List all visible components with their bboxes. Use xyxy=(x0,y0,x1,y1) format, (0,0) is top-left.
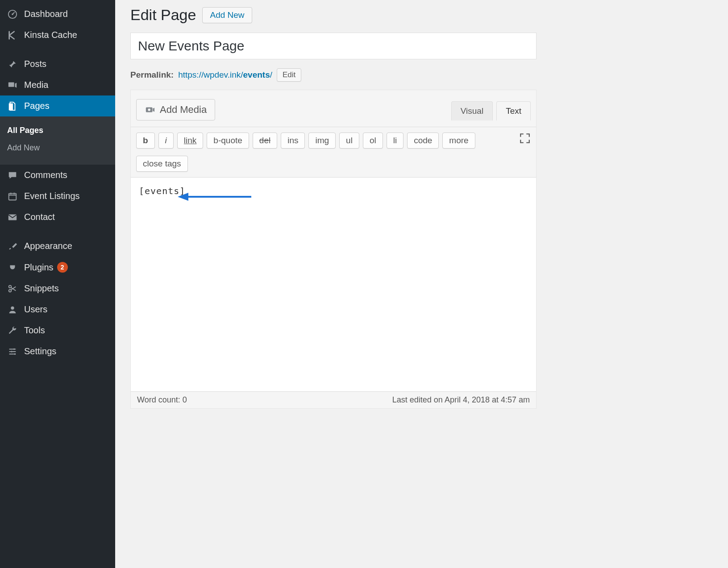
add-new-page-button[interactable]: Add New xyxy=(202,7,252,23)
permalink-link[interactable]: https://wpdev.ink/events/ xyxy=(178,70,272,79)
qt-img[interactable]: img xyxy=(308,133,336,149)
menu-label: Contact xyxy=(24,212,55,222)
qt-more[interactable]: more xyxy=(442,133,475,149)
sidebar-item-users[interactable]: Users xyxy=(0,299,115,320)
pin-icon xyxy=(6,59,19,69)
svg-point-13 xyxy=(148,108,150,111)
svg-point-9 xyxy=(13,348,15,350)
menu-label: Users xyxy=(24,304,47,315)
menu-label: Tools xyxy=(24,325,45,336)
sidebar-item-event-listings[interactable]: Event Listings xyxy=(0,186,115,207)
admin-sidebar: Dashboard Kinsta Cache Posts Media Pages… xyxy=(0,0,115,568)
permalink-url: https://wpdev.ink/events/ xyxy=(178,70,272,80)
kinsta-icon xyxy=(6,30,19,40)
wrench-icon xyxy=(6,326,19,336)
menu-label: Posts xyxy=(24,59,46,69)
sidebar-item-pages[interactable]: Pages xyxy=(0,95,115,116)
sidebar-item-snippets[interactable]: Snippets xyxy=(0,278,115,299)
sidebar-item-media[interactable]: Media xyxy=(0,75,115,95)
camera-icon xyxy=(145,105,155,115)
qt-ul[interactable]: ul xyxy=(339,133,359,149)
editor-tab-text[interactable]: Text xyxy=(496,101,531,120)
submenu-item-all-pages[interactable]: All Pages xyxy=(0,122,115,139)
editor-tab-visual[interactable]: Visual xyxy=(451,101,493,120)
editor-tabs: Visual Text xyxy=(451,101,531,120)
calendar-icon xyxy=(6,191,19,201)
page-header: Edit Page Add New xyxy=(130,6,728,24)
sliders-icon xyxy=(6,347,19,357)
sidebar-item-settings[interactable]: Settings xyxy=(0,341,115,362)
page-title: Edit Page xyxy=(130,6,196,24)
svg-rect-2 xyxy=(8,82,14,87)
last-edited: Last edited on April 4, 2018 at 4:57 am xyxy=(392,395,530,405)
sidebar-item-posts[interactable]: Posts xyxy=(0,54,115,75)
qt-ol[interactable]: ol xyxy=(363,133,383,149)
qt-link[interactable]: link xyxy=(177,133,204,149)
menu-label: Dashboard xyxy=(24,9,68,19)
sidebar-submenu-pages: All Pages Add New xyxy=(0,116,115,165)
permalink-label: Permalink: xyxy=(130,70,174,80)
content-textarea[interactable] xyxy=(131,177,536,391)
sidebar-item-plugins[interactable]: Plugins 2 xyxy=(0,257,115,278)
permalink-row: Permalink: https://wpdev.ink/events/ Edi… xyxy=(130,68,728,82)
quicktags-toolbar: b i link b-quote del ins img ul ol li co… xyxy=(131,127,536,177)
menu-label: Event Listings xyxy=(24,191,80,201)
scissors-icon xyxy=(6,284,19,294)
qt-del[interactable]: del xyxy=(253,133,277,149)
fullscreen-icon[interactable] xyxy=(519,133,531,149)
add-media-label: Add Media xyxy=(160,104,207,116)
qt-ins[interactable]: ins xyxy=(281,133,305,149)
svg-rect-4 xyxy=(9,193,17,200)
svg-rect-3 xyxy=(9,103,13,110)
sidebar-item-comments[interactable]: Comments xyxy=(0,165,115,186)
qt-bquote[interactable]: b-quote xyxy=(207,133,249,149)
menu-label: Media xyxy=(24,80,48,90)
word-count: Word count: 0 xyxy=(137,395,187,405)
sidebar-item-dashboard[interactable]: Dashboard xyxy=(0,4,115,25)
qt-italic[interactable]: i xyxy=(158,133,174,149)
svg-point-8 xyxy=(11,306,14,309)
edit-permalink-button[interactable]: Edit xyxy=(277,68,301,82)
post-title-input[interactable] xyxy=(130,33,537,59)
brush-icon xyxy=(6,241,19,251)
qt-close-tags[interactable]: close tags xyxy=(136,156,188,172)
menu-label: Appearance xyxy=(24,241,72,251)
svg-point-1 xyxy=(12,13,13,15)
submenu-item-add-new[interactable]: Add New xyxy=(0,139,115,157)
comment-icon xyxy=(6,170,19,180)
svg-point-11 xyxy=(14,353,16,355)
sidebar-item-appearance[interactable]: Appearance xyxy=(0,236,115,257)
menu-label: Plugins xyxy=(24,262,54,273)
editor-status-bar: Word count: 0 Last edited on April 4, 20… xyxy=(131,391,536,408)
plug-icon xyxy=(6,262,19,272)
sidebar-item-contact[interactable]: Contact xyxy=(0,207,115,228)
plugins-update-badge: 2 xyxy=(57,262,68,273)
menu-label: Kinsta Cache xyxy=(24,30,77,40)
menu-label: Settings xyxy=(24,346,56,357)
menu-label: Snippets xyxy=(24,283,59,294)
user-icon xyxy=(6,305,19,315)
mail-icon xyxy=(6,212,19,222)
pages-icon xyxy=(6,101,19,111)
menu-label: Comments xyxy=(24,170,67,180)
qt-li[interactable]: li xyxy=(387,133,404,149)
qt-code[interactable]: code xyxy=(407,133,439,149)
sidebar-item-kinsta-cache[interactable]: Kinsta Cache xyxy=(0,25,115,46)
media-icon xyxy=(6,80,19,90)
editor: Add Media Visual Text b i link b-quote d… xyxy=(130,90,537,409)
add-media-button[interactable]: Add Media xyxy=(136,99,215,120)
dashboard-icon xyxy=(6,9,19,19)
main-content: Edit Page Add New Permalink: https://wpd… xyxy=(115,0,728,568)
qt-bold[interactable]: b xyxy=(136,133,155,149)
sidebar-item-tools[interactable]: Tools xyxy=(0,320,115,341)
menu-label: Pages xyxy=(24,101,50,111)
svg-point-10 xyxy=(11,351,12,352)
